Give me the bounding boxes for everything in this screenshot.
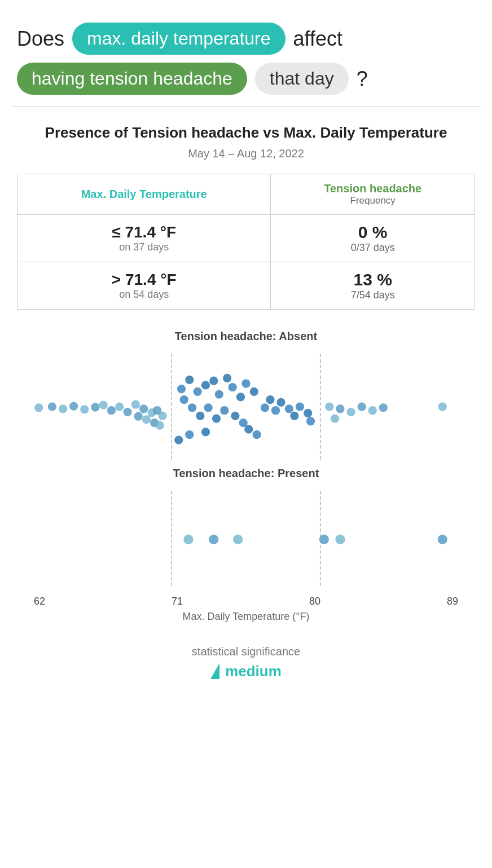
svg-point-61 <box>331 414 339 422</box>
svg-point-5 <box>59 404 67 413</box>
svg-point-33 <box>250 387 258 395</box>
svg-point-69 <box>319 535 329 544</box>
svg-point-12 <box>123 408 131 416</box>
chart-section: Presence of Tension headache vs Max. Dai… <box>11 107 481 686</box>
svg-point-71 <box>438 535 447 544</box>
col2-header: Tension headache Frequency <box>271 174 475 214</box>
svg-point-21 <box>156 421 164 430</box>
outcome-pill[interactable]: having tension headache <box>17 63 247 95</box>
svg-point-10 <box>107 406 116 415</box>
svg-point-52 <box>296 402 304 411</box>
row2-condition: > 71.4 °F on 54 days <box>17 262 271 309</box>
factor-pill[interactable]: max. daily temperature <box>72 23 285 55</box>
svg-point-59 <box>368 406 377 415</box>
row2-value: 13 % 7/54 days <box>271 262 475 309</box>
svg-point-24 <box>193 387 201 395</box>
affect-label: affect <box>293 27 342 51</box>
stat-value: medium <box>17 663 475 680</box>
chart-date-range: May 14 – Aug 12, 2022 <box>17 147 475 160</box>
svg-point-58 <box>358 402 366 411</box>
does-label: Does <box>17 27 64 51</box>
svg-point-66 <box>183 535 193 544</box>
x-tick-71: 71 <box>172 596 183 607</box>
present-label: Tension headache: Present <box>23 467 469 480</box>
svg-point-39 <box>231 411 239 420</box>
svg-point-22 <box>177 385 186 393</box>
row1-value: 0 % 0/37 days <box>271 214 475 262</box>
question-section: Does max. daily temperature affect havin… <box>11 17 481 107</box>
table-row-2: > 71.4 °F on 54 days 13 % 7/54 days <box>17 262 475 309</box>
svg-point-36 <box>204 403 213 412</box>
stats-table: Max. Daily Temperature Tension headache … <box>17 174 475 310</box>
svg-point-55 <box>325 402 333 411</box>
svg-point-4 <box>48 402 56 411</box>
x-tick-labels: 62 71 80 89 <box>23 596 469 607</box>
stat-section: statistical significance medium <box>17 640 475 680</box>
svg-point-29 <box>223 374 231 382</box>
svg-rect-0 <box>23 349 469 467</box>
absent-scatter <box>23 349 469 467</box>
svg-point-49 <box>276 398 285 407</box>
svg-point-53 <box>304 409 312 417</box>
svg-point-13 <box>131 400 140 408</box>
question-line2: having tension headache that day ? <box>17 63 475 95</box>
svg-point-3 <box>34 403 43 412</box>
svg-point-30 <box>229 383 237 391</box>
x-axis: 62 71 80 89 Max. Daily Temperature (°F) <box>23 593 469 623</box>
x-tick-80: 80 <box>309 596 320 607</box>
x-axis-label: Max. Daily Temperature (°F) <box>183 611 310 623</box>
svg-point-32 <box>241 379 250 387</box>
svg-point-6 <box>69 402 78 410</box>
svg-point-20 <box>153 406 161 415</box>
svg-point-16 <box>134 412 143 420</box>
svg-point-7 <box>80 405 89 413</box>
svg-point-56 <box>336 404 344 413</box>
svg-rect-63 <box>23 486 469 593</box>
svg-point-42 <box>252 430 261 439</box>
svg-point-35 <box>196 411 204 420</box>
x-tick-62: 62 <box>34 596 45 607</box>
stat-text: medium <box>225 663 282 680</box>
svg-point-62 <box>438 402 447 411</box>
svg-point-67 <box>209 535 218 544</box>
svg-point-14 <box>139 404 148 413</box>
svg-point-8 <box>91 403 99 411</box>
question-line1: Does max. daily temperature affect <box>17 23 475 55</box>
svg-point-44 <box>185 430 194 439</box>
timing-pill[interactable]: that day <box>255 63 349 95</box>
svg-point-70 <box>335 535 345 544</box>
svg-point-51 <box>290 411 298 420</box>
svg-point-28 <box>215 390 223 398</box>
x-tick-89: 89 <box>447 596 458 607</box>
svg-point-25 <box>201 381 210 389</box>
absent-label: Tension headache: Absent <box>23 330 469 343</box>
svg-point-50 <box>285 404 293 413</box>
svg-point-41 <box>244 425 253 433</box>
present-scatter <box>23 486 469 593</box>
svg-point-43 <box>201 428 210 436</box>
svg-point-46 <box>261 403 269 412</box>
svg-point-57 <box>346 408 355 416</box>
svg-point-48 <box>271 406 280 415</box>
stat-label: statistical significance <box>17 645 475 658</box>
svg-point-60 <box>379 403 388 412</box>
svg-point-26 <box>180 395 188 404</box>
scatter-present-panel: Tension headache: Present <box>23 467 469 593</box>
svg-point-47 <box>266 395 274 404</box>
svg-point-31 <box>236 393 245 401</box>
scatter-absent-panel: Tension headache: Absent <box>23 330 469 467</box>
svg-point-37 <box>212 414 221 422</box>
svg-point-11 <box>115 402 124 411</box>
scatter-container: Tension headache: Absent <box>17 330 475 623</box>
svg-point-34 <box>188 403 196 412</box>
svg-point-68 <box>233 535 243 544</box>
row1-condition: ≤ 71.4 °F on 37 days <box>17 214 271 262</box>
col2-subheader: Frequency <box>280 195 465 206</box>
svg-point-9 <box>99 400 108 409</box>
question-mark: ? <box>357 67 368 91</box>
svg-point-23 <box>185 376 194 384</box>
table-row-1: ≤ 71.4 °F on 37 days 0 % 0/37 days <box>17 214 475 262</box>
svg-point-38 <box>220 406 229 415</box>
svg-point-45 <box>174 435 183 444</box>
svg-point-54 <box>306 417 315 425</box>
